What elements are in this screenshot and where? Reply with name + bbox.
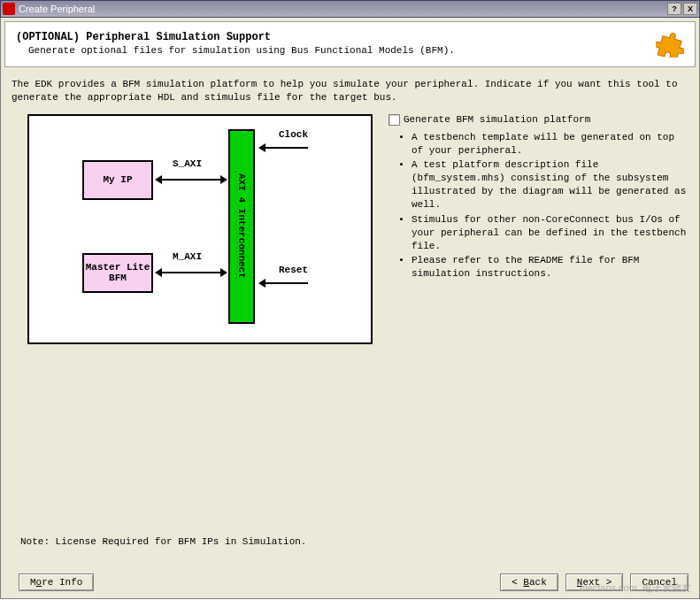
license-note: Note: License Required for BFM IPs in Si… (20, 536, 306, 547)
app-icon (3, 3, 15, 15)
clock-label: Clock (279, 129, 308, 140)
title-bar: Create Peripheral ? X (0, 0, 700, 18)
bullet-item: Please refer to the README file for BFM … (412, 254, 688, 281)
intro-text: The EDK provides a BFM simulation platfo… (12, 78, 688, 105)
axi-interconnect-block: AXI 4 Interconnect (228, 129, 255, 324)
more-info-button[interactable]: More Info (19, 573, 94, 591)
cancel-button[interactable]: Cancel (630, 573, 688, 591)
wizard-footer: More Info < Back Next > Cancel (12, 573, 688, 591)
header-subtitle: Generate optional files for simulation u… (16, 45, 649, 56)
bfm-diagram: My IP Master Lite BFM AXI 4 Interconnect… (27, 114, 373, 344)
back-button[interactable]: < Back (500, 573, 558, 591)
bullet-item: Stimulus for other non-CoreConnect bus I… (412, 213, 688, 253)
checkbox-label: Generate BFM simulation platform (404, 114, 590, 125)
m-axi-label: M_AXI (173, 251, 202, 262)
bullet-list: A testbench template will be generated o… (388, 131, 688, 281)
close-button[interactable]: X (683, 3, 697, 15)
next-button[interactable]: Next > (565, 573, 624, 591)
window-body: (OPTIONAL) Peripheral Simulation Support… (0, 18, 700, 599)
interconnect-label: AXI 4 Interconnect (236, 173, 247, 279)
checkbox-icon[interactable] (388, 114, 400, 126)
my-ip-block: My IP (82, 160, 153, 200)
reset-label: Reset (279, 265, 308, 275)
page-header: (OPTIONAL) Peripheral Simulation Support… (4, 21, 696, 67)
bullet-item: A test platform description file (bfm_sy… (412, 158, 688, 211)
header-title: (OPTIONAL) Peripheral Simulation Support (16, 31, 649, 43)
window-title: Create Peripheral (19, 4, 95, 14)
content-area: The EDK provides a BFM simulation platfo… (4, 67, 696, 598)
help-button[interactable]: ? (667, 3, 681, 15)
puzzle-icon (656, 29, 684, 58)
bullet-item: A testbench template will be generated o… (412, 131, 688, 158)
master-bfm-block: Master Lite BFM (82, 253, 153, 293)
s-axi-label: S_AXI (173, 158, 202, 169)
generate-bfm-checkbox[interactable]: Generate BFM simulation platform (388, 114, 688, 126)
